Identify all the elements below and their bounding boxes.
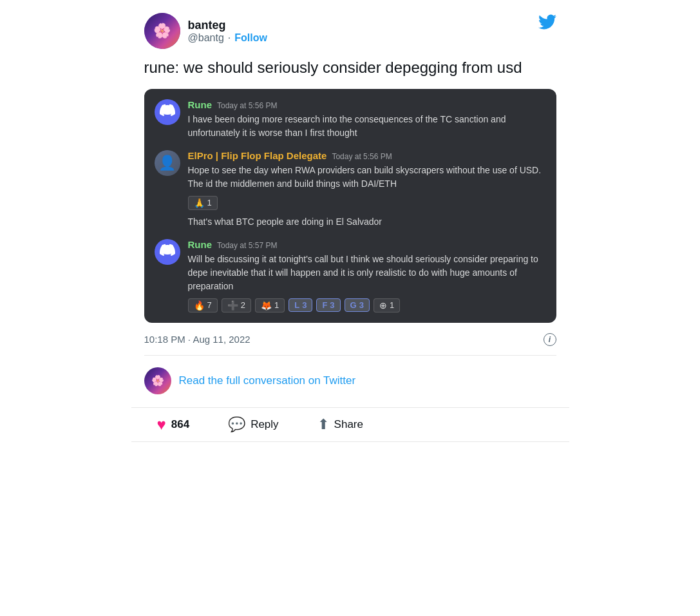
reaction-circle-count: 1 [390, 300, 394, 310]
share-label: Share [334, 418, 363, 431]
reaction-plus-count: 2 [241, 300, 245, 310]
heart-icon: ♥ [157, 416, 166, 434]
reply-label: Reply [251, 418, 278, 431]
discord-avatar-rune-2 [155, 239, 180, 265]
separator-dot: · [228, 32, 231, 44]
discord-embed: Rune Today at 5:56 PM I have been doing … [144, 89, 556, 323]
handle-follow-row: @bantg · Follow [188, 32, 267, 44]
discord-timestamp-rune-2: Today at 5:57 PM [217, 241, 277, 250]
reaction-f-label: F [322, 300, 327, 310]
discord-logo-icon-1 [160, 102, 175, 122]
read-conversation[interactable]: 🌸 Read the full conversation on Twitter [144, 365, 556, 397]
discord-header-rune-2: Rune Today at 5:57 PM [188, 239, 546, 250]
reaction-fox-count: 1 [274, 300, 279, 310]
user-meta: banteg @bantg · Follow [188, 19, 267, 44]
reaction-f-count: 3 [330, 300, 334, 310]
follow-button[interactable]: Follow [234, 32, 267, 44]
reaction-g[interactable]: G 3 [345, 298, 370, 312]
tweet-text: rune: we should seriously consider depeg… [144, 57, 556, 79]
discord-text-elpro-1: Hope to see the day when RWA providers c… [188, 165, 542, 189]
tweet-timestamp-row: 10:18 PM · Aug 11, 2022 i [144, 333, 556, 346]
discord-content-rune-2: Rune Today at 5:57 PM Will be discussing… [188, 239, 546, 313]
fox-emoji: 🦊 [261, 300, 272, 311]
reaction-l-count: 3 [302, 300, 307, 310]
reaction-fire[interactable]: 🔥 7 [188, 298, 218, 313]
reaction-l-label: L [294, 300, 299, 310]
reply-icon: 💬 [228, 416, 245, 433]
user-handle: @bantg [188, 32, 224, 44]
elpro-avatar-photo: 👤 [155, 150, 180, 176]
share-icon: ⬆ [317, 416, 329, 433]
reaction-g-count: 3 [359, 300, 364, 310]
discord-avatar-rune-1 [155, 99, 180, 125]
like-action[interactable]: ♥ 864 [157, 416, 190, 434]
fire-emoji: 🔥 [194, 300, 205, 311]
discord-logo-icon-2 [160, 242, 175, 262]
discord-text-elpro-extra: That's what BTC people are doing in El S… [188, 217, 383, 227]
discord-text-rune-2: Will be discussing it at tonight's call … [188, 254, 538, 291]
discord-content-rune-1: Rune Today at 5:56 PM I have been doing … [188, 99, 546, 140]
circle-emoji: ⊕ [379, 300, 387, 311]
discord-message-rune-1: Rune Today at 5:56 PM I have been doing … [155, 99, 546, 140]
read-conversation-link[interactable]: Read the full conversation on Twitter [179, 374, 356, 387]
user-info: 🌸 banteg @bantg · Follow [144, 13, 267, 49]
reaction-l[interactable]: L 3 [289, 298, 312, 312]
twitter-logo-icon [538, 13, 556, 35]
discord-username-elpro-1: ElPro | Flip Flop Flap Delegate [188, 150, 327, 161]
tweet-actions: ♥ 864 💬 Reply ⬆ Share [144, 408, 556, 441]
discord-timestamp-rune-1: Today at 5:56 PM [217, 101, 277, 110]
reaction-g-label: G [350, 300, 357, 310]
discord-header-rune-1: Rune Today at 5:56 PM [188, 99, 546, 110]
discord-timestamp-elpro-1: Today at 5:56 PM [332, 152, 392, 161]
reply-action[interactable]: 💬 Reply [228, 416, 278, 433]
reaction-f[interactable]: F 3 [316, 298, 340, 312]
tweet-timestamp-text: 10:18 PM · Aug 11, 2022 [144, 334, 251, 345]
rune-2-reactions: 🔥 7 ➕ 2 🦊 1 L 3 [188, 298, 546, 313]
reaction-pray[interactable]: 🙏 1 [188, 196, 218, 210]
info-icon[interactable]: i [544, 333, 556, 346]
share-action[interactable]: ⬆ Share [317, 416, 363, 433]
tweet-card: 🌸 banteg @bantg · Follow rune: we should… [131, 0, 569, 442]
username[interactable]: banteg [188, 19, 267, 32]
reaction-fire-count: 7 [207, 300, 212, 310]
likes-count: 864 [171, 418, 189, 431]
avatar[interactable]: 🌸 [144, 13, 180, 49]
reaction-fox[interactable]: 🦊 1 [255, 298, 285, 313]
reaction-plus[interactable]: ➕ 2 [222, 298, 251, 313]
reaction-circle[interactable]: ⊕ 1 [374, 298, 400, 313]
discord-message-elpro-1: 👤 ElPro | Flip Flop Flap Delegate Today … [155, 150, 546, 229]
discord-username-rune-1: Rune [188, 99, 213, 110]
discord-avatar-elpro-1: 👤 [155, 150, 180, 176]
divider-1 [144, 355, 556, 356]
tweet-header: 🌸 banteg @bantg · Follow [144, 13, 556, 49]
discord-text-rune-1: I have been doing more research into the… [188, 114, 506, 138]
reaction-pray-count: 1 [207, 198, 212, 207]
discord-username-rune-2: Rune [188, 239, 213, 250]
plus-emoji: ➕ [227, 300, 238, 311]
discord-content-elpro-1: ElPro | Flip Flop Flap Delegate Today at… [188, 150, 546, 229]
small-avatar: 🌸 [144, 367, 171, 394]
discord-message-rune-2: Rune Today at 5:57 PM Will be discussing… [155, 239, 546, 313]
elpro-reactions: 🙏 1 [188, 196, 546, 210]
discord-header-elpro-1: ElPro | Flip Flop Flap Delegate Today at… [188, 150, 546, 161]
pray-emoji: 🙏 [194, 198, 205, 208]
